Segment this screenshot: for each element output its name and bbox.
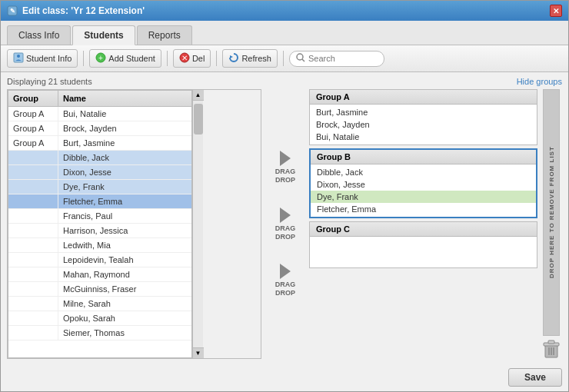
group-c-box: Group C xyxy=(309,221,537,268)
svg-point-9 xyxy=(297,54,303,60)
drag-drop-2[interactable]: DRAGDROP xyxy=(275,208,296,241)
row-group xyxy=(8,267,58,281)
table-row[interactable]: Dibble, Jack xyxy=(8,151,191,165)
table-row[interactable]: Fletcher, Emma xyxy=(8,194,191,209)
list-item[interactable]: Dibble, Jack xyxy=(311,166,536,178)
table-row[interactable]: Milne, Sarah xyxy=(8,297,191,311)
list-item[interactable]: Bui, Natalie xyxy=(310,131,537,143)
group-c-title: Group C xyxy=(310,222,537,237)
tab-reports[interactable]: Reports xyxy=(137,25,192,45)
svg-marker-8 xyxy=(230,55,233,58)
search-icon xyxy=(296,53,305,65)
status-bar: Displaying 21 students Hide groups xyxy=(7,77,562,86)
add-student-icon: + xyxy=(95,52,106,65)
title-bar-left: ✎ Edit class: 'Yr 12 Extension' xyxy=(7,5,145,16)
table-row[interactable]: Dixon, Jesse xyxy=(8,165,191,180)
table-row[interactable]: Group A Bui, Natalie xyxy=(8,107,191,121)
row-group xyxy=(8,209,58,223)
scrollbar[interactable]: ▲ ▼ xyxy=(192,90,203,358)
list-item[interactable]: Brock, Jayden xyxy=(310,118,537,131)
row-name: Dixon, Jesse xyxy=(58,165,191,179)
row-group xyxy=(8,151,58,164)
group-a-box: Group A Burt, Jasmine Brock, Jayden Bui,… xyxy=(309,89,537,145)
table-row[interactable]: Dye, Frank xyxy=(8,180,191,194)
close-button[interactable]: ✕ xyxy=(550,5,562,17)
col-group-header: Group xyxy=(8,91,58,106)
group-b-title: Group B xyxy=(311,150,536,164)
list-item[interactable]: Fletcher, Emma xyxy=(311,203,536,215)
search-input[interactable] xyxy=(308,54,378,63)
del-button[interactable]: ✕ Del xyxy=(173,49,211,68)
row-group xyxy=(8,238,58,252)
row-name: Ledwith, Mia xyxy=(58,238,191,252)
drag-drop-1[interactable]: DRAGDROP xyxy=(275,151,296,184)
row-group xyxy=(8,326,58,340)
group-b-members: Dibble, Jack Dixon, Jesse Dye, Frank Fle… xyxy=(311,164,536,217)
row-group xyxy=(8,180,58,194)
row-group xyxy=(8,224,58,238)
row-group: Group A xyxy=(8,121,58,135)
scroll-up-button[interactable]: ▲ xyxy=(193,90,204,101)
table-row[interactable]: Siemer, Thomas xyxy=(8,326,191,341)
svg-rect-13 xyxy=(548,341,554,344)
table-row[interactable]: McGuinniss, Fraser xyxy=(8,282,191,297)
arrow-right-icon-1 xyxy=(280,151,291,166)
table-row[interactable]: Lepoidevin, Tealah xyxy=(8,253,191,267)
row-name: McGuinniss, Fraser xyxy=(58,282,191,296)
row-name: Fletcher, Emma xyxy=(58,194,191,208)
svg-text:+: + xyxy=(98,54,103,62)
trash-icon xyxy=(543,339,560,359)
row-name: Mahan, Raymond xyxy=(58,267,191,281)
table-row[interactable]: Opoku, Sarah xyxy=(8,311,191,326)
row-name: Dibble, Jack xyxy=(58,151,191,164)
save-button[interactable]: Save xyxy=(508,368,562,387)
group-a-title: Group A xyxy=(310,90,537,105)
row-group xyxy=(8,165,58,179)
table-row[interactable]: Mahan, Raymond xyxy=(8,267,191,282)
tabs-bar: Class Info Students Reports xyxy=(1,21,568,45)
student-list-wrapper: Group Name Group A Bui, Natalie Group A … xyxy=(7,89,261,359)
hide-groups-link[interactable]: Hide groups xyxy=(517,77,562,86)
add-student-button[interactable]: + Add Student xyxy=(89,49,161,68)
student-list-body[interactable]: Group A Bui, Natalie Group A Brock, Jayd… xyxy=(8,107,191,357)
student-info-button[interactable]: Student Info xyxy=(7,49,78,68)
tab-class-info[interactable]: Class Info xyxy=(7,25,71,45)
list-item[interactable]: Burt, Jasmine xyxy=(310,106,537,118)
row-name: Siemer, Thomas xyxy=(58,326,191,340)
right-with-trash: Group A Burt, Jasmine Brock, Jayden Bui,… xyxy=(309,89,562,359)
row-group xyxy=(8,297,58,311)
svg-line-10 xyxy=(302,59,304,61)
svg-text:✕: ✕ xyxy=(181,54,188,62)
search-box[interactable] xyxy=(289,51,384,67)
row-group xyxy=(8,311,58,325)
table-row[interactable]: Ledwith, Mia xyxy=(8,238,191,253)
tab-students[interactable]: Students xyxy=(72,25,135,45)
separator-4 xyxy=(283,51,284,66)
scroll-down-button[interactable]: ▼ xyxy=(193,347,204,358)
list-item[interactable]: Dixon, Jesse xyxy=(311,178,536,191)
row-name: Opoku, Sarah xyxy=(58,311,191,325)
table-row[interactable]: Francis, Paul xyxy=(8,209,191,224)
table-row[interactable]: Harrison, Jessica xyxy=(8,224,191,238)
row-group xyxy=(8,253,58,267)
drag-drop-3[interactable]: DRAGDROP xyxy=(275,264,296,297)
status-text: Displaying 21 students xyxy=(7,77,92,86)
scroll-thumb[interactable] xyxy=(194,104,203,135)
row-group xyxy=(8,194,58,208)
svg-point-3 xyxy=(17,55,20,58)
title-bar: ✎ Edit class: 'Yr 12 Extension' ✕ xyxy=(1,1,568,21)
list-item[interactable]: Dye, Frank xyxy=(311,191,536,203)
group-a-members: Burt, Jasmine Brock, Jayden Bui, Natalie xyxy=(310,105,537,145)
del-label: Del xyxy=(192,54,205,63)
row-name: Harrison, Jessica xyxy=(58,224,191,238)
table-row[interactable]: Group A Burt, Jasmine xyxy=(8,136,191,151)
row-name: Francis, Paul xyxy=(58,209,191,223)
student-info-label: Student Info xyxy=(26,54,72,63)
main-content: Group Name Group A Bui, Natalie Group A … xyxy=(7,89,562,359)
row-group: Group A xyxy=(8,107,58,121)
refresh-button[interactable]: Refresh xyxy=(222,49,278,68)
drag-label-3: DRAGDROP xyxy=(275,281,296,297)
table-row[interactable]: Group A Brock, Jayden xyxy=(8,121,191,136)
remove-zone[interactable]: DROP HERE TO REMOVE FROM LIST xyxy=(543,89,560,336)
title-text: Edit class: 'Yr 12 Extension' xyxy=(22,5,145,16)
